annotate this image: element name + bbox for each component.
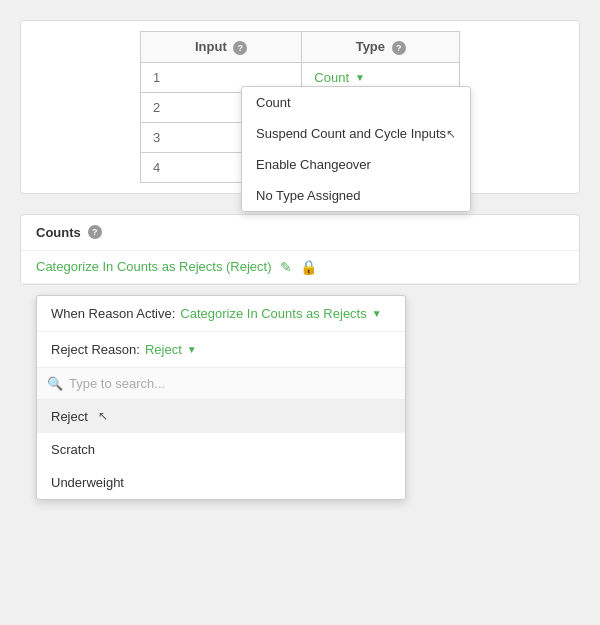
dropdown-item-suspend[interactable]: Suspend Count and Cycle Inputs ↖ [242,118,470,149]
reject-reason-row: Reject Reason: Reject ▼ [37,332,405,368]
dropdown-item-changeover[interactable]: Enable Changeover [242,149,470,180]
type-selected-count[interactable]: Count ▼ [314,70,447,85]
dropdown-item-no-type[interactable]: No Type Assigned [242,180,470,211]
lock-icon[interactable]: 🔒 [300,259,317,275]
hover-cursor-icon: ↖ [98,409,108,423]
cursor-indicator: ↖ [446,127,456,141]
counts-card: Counts ? Categorize In Counts as Rejects… [20,214,580,285]
col-type-label: Type [356,39,385,54]
counts-header: Counts ? [21,215,579,251]
reject-search-input[interactable] [69,376,395,391]
reject-list-item-reject[interactable]: Reject ↖ [37,400,405,433]
reject-list-item-scratch[interactable]: Scratch [37,433,405,466]
edit-icon[interactable]: ✎ [280,259,292,275]
type-dropdown-popup: Count Suspend Count and Cycle Inputs ↖ E… [241,86,471,212]
input-help-icon[interactable]: ? [233,41,247,55]
when-reason-dropdown-arrow: ▼ [372,308,382,319]
input-type-card: Input ? Type ? 1 Count ▼ [20,20,580,194]
reason-dropdown: When Reason Active: Categorize In Counts… [36,295,406,500]
type-help-icon[interactable]: ? [392,41,406,55]
col-input-header: Input ? [141,32,302,63]
reason-row: Categorize In Counts as Rejects (Reject)… [21,251,579,284]
reason-link[interactable]: Categorize In Counts as Rejects (Reject) [36,259,272,274]
when-reason-value[interactable]: Categorize In Counts as Rejects [180,306,366,321]
dropdown-arrow-icon: ▼ [355,72,365,83]
search-icon: 🔍 [47,376,63,391]
when-reason-row: When Reason Active: Categorize In Counts… [37,296,405,332]
col-input-label: Input [195,39,227,54]
dropdown-item-count[interactable]: Count [242,87,470,118]
reject-reason-dropdown-arrow: ▼ [187,344,197,355]
counts-label: Counts ? [36,225,102,240]
search-box-wrapper: 🔍 [37,368,405,400]
reject-reason-value[interactable]: Reject [145,342,182,357]
col-type-header: Type ? [302,32,460,63]
reject-list-item-underweight[interactable]: Underweight [37,466,405,499]
counts-help-icon[interactable]: ? [88,225,102,239]
